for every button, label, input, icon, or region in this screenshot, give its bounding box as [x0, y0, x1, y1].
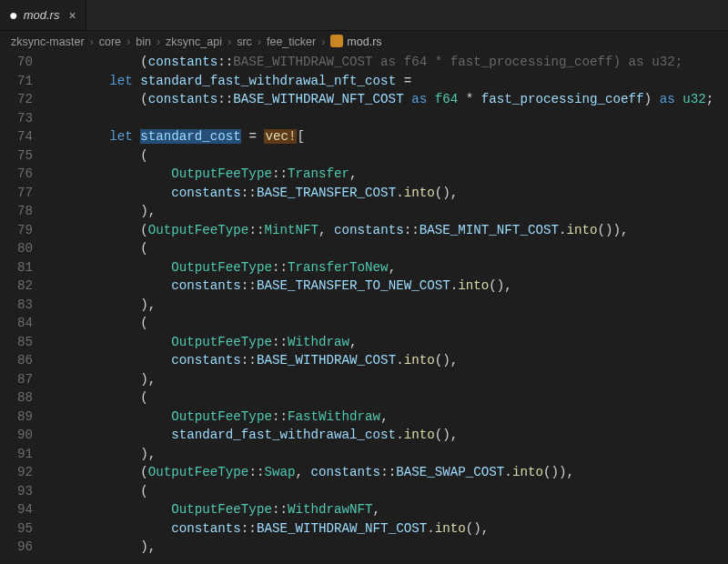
code-line[interactable]: OutputFeeType::Transfer,: [47, 165, 728, 184]
code-line[interactable]: (: [47, 239, 728, 258]
chevron-right-icon: ›: [321, 35, 325, 48]
line-number: 87: [0, 370, 33, 389]
code-line[interactable]: let standard_cost = vec![: [47, 127, 728, 146]
code-line[interactable]: OutputFeeType::Withdraw,: [47, 333, 728, 352]
line-number: 90: [0, 426, 33, 445]
line-number: 83: [0, 296, 33, 315]
tab-mod-rs[interactable]: ● mod.rs ×: [0, 0, 86, 30]
line-number: 78: [0, 202, 33, 221]
breadcrumb-file[interactable]: mod.rs: [330, 35, 381, 48]
line-number: 84: [0, 314, 33, 333]
code-line[interactable]: [47, 109, 728, 128]
code-line[interactable]: constants::BASE_WITHDRAW_COST.into(),: [47, 351, 728, 370]
line-number: 88: [0, 388, 33, 408]
code-line[interactable]: (OutputFeeType::Swap, constants::BASE_SW…: [47, 463, 728, 482]
code-line[interactable]: standard_fast_withdrawal_cost.into(),: [47, 426, 728, 445]
line-number: 76: [0, 165, 33, 184]
code-line[interactable]: ),: [47, 538, 728, 557]
line-number: 70: [0, 53, 33, 72]
line-number: 92: [0, 463, 33, 482]
line-number: 89: [0, 408, 33, 427]
code-line[interactable]: constants::BASE_TRANSFER_COST.into(),: [47, 184, 728, 203]
breadcrumb-segment[interactable]: src: [237, 35, 252, 48]
chevron-right-icon: ›: [90, 35, 94, 48]
line-number: 94: [0, 500, 33, 519]
code-line[interactable]: (OutputFeeType::MintNFT, constants::BASE…: [47, 221, 728, 240]
code-line[interactable]: (: [47, 314, 728, 333]
line-number: 73: [0, 109, 33, 128]
line-number-gutter: 7071727374757677787980818283848586878889…: [0, 53, 47, 564]
line-number: 93: [0, 482, 33, 501]
code-content[interactable]: (constants::BASE_WITHDRAW_COST as f64 * …: [47, 53, 728, 564]
chevron-right-icon: ›: [228, 35, 231, 48]
breadcrumb-segment[interactable]: fee_ticker: [267, 35, 316, 48]
tab-filename: mod.rs: [24, 8, 60, 22]
line-number: 74: [0, 127, 33, 146]
code-line[interactable]: (constants::BASE_WITHDRAW_NFT_COST as f6…: [47, 90, 728, 109]
line-number: 95: [0, 519, 33, 539]
code-line[interactable]: (: [47, 146, 728, 166]
breadcrumb-segment[interactable]: core: [99, 35, 121, 48]
line-number: 79: [0, 221, 33, 240]
code-line[interactable]: (: [47, 388, 728, 408]
tab-bar: ● mod.rs ×: [0, 0, 728, 31]
line-number: 96: [0, 538, 33, 557]
breadcrumb[interactable]: zksync-master › core › bin › zksync_api …: [0, 31, 728, 53]
line-number: 82: [0, 277, 33, 296]
line-number: 75: [0, 146, 33, 166]
line-number: 86: [0, 351, 33, 370]
code-line[interactable]: OutputFeeType::TransferToNew,: [47, 258, 728, 277]
line-number: 71: [0, 72, 33, 91]
code-editor[interactable]: 7071727374757677787980818283848586878889…: [0, 53, 728, 564]
line-number: 91: [0, 445, 33, 464]
code-line[interactable]: ),: [47, 370, 728, 389]
line-number: 72: [0, 90, 33, 109]
code-line[interactable]: (constants::BASE_WITHDRAW_COST as f64 * …: [47, 53, 728, 72]
line-number: 85: [0, 333, 33, 352]
line-number: 77: [0, 184, 33, 203]
code-line[interactable]: ),: [47, 445, 728, 464]
dirty-indicator-icon: ●: [9, 8, 18, 23]
line-number: 80: [0, 239, 33, 258]
code-line[interactable]: (: [47, 482, 728, 501]
code-line[interactable]: constants::BASE_TRANSFER_TO_NEW_COST.int…: [47, 277, 728, 296]
chevron-right-icon: ›: [126, 35, 130, 48]
module-icon: [330, 35, 343, 47]
code-line[interactable]: let standard_fast_withdrawal_nft_cost =: [47, 72, 728, 91]
code-line[interactable]: OutputFeeType::FastWithdraw,: [47, 408, 728, 427]
chevron-right-icon: ›: [157, 35, 160, 48]
code-line[interactable]: OutputFeeType::WithdrawNFT,: [47, 500, 728, 519]
close-icon[interactable]: ×: [68, 8, 76, 23]
breadcrumb-segment[interactable]: zksync_api: [166, 35, 222, 48]
breadcrumb-segment[interactable]: zksync-master: [11, 35, 85, 48]
code-line[interactable]: constants::BASE_WITHDRAW_NFT_COST.into()…: [47, 519, 728, 539]
line-number: 81: [0, 258, 33, 277]
code-line[interactable]: ),: [47, 296, 728, 315]
code-line[interactable]: ),: [47, 202, 728, 221]
chevron-right-icon: ›: [258, 35, 261, 48]
breadcrumb-segment[interactable]: bin: [136, 35, 151, 48]
